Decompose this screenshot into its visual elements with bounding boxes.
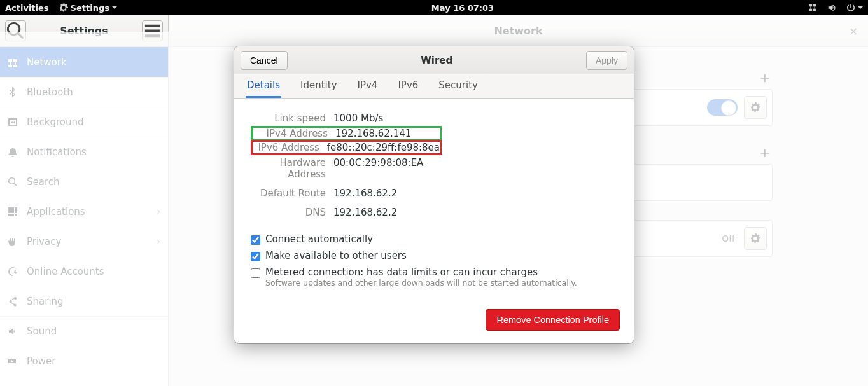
volume-icon[interactable] [827, 3, 836, 12]
modal-dim-overlay [0, 32, 169, 386]
metered-row: Metered connection: has data limits or c… [251, 266, 617, 287]
remove-connection-button[interactable]: Remove Connection Profile [486, 309, 620, 331]
tab-ipv6[interactable]: IPv6 [396, 79, 419, 98]
dialog-title: Wired [288, 55, 586, 66]
connect-automatically-row: Connect automatically [251, 233, 617, 245]
metered-label: Metered connection: has data limits or c… [265, 266, 577, 278]
ipv4-address-value: 192.168.62.141 [335, 128, 411, 139]
connect-automatically-label: Connect automatically [265, 233, 373, 245]
default-route-value: 192.168.62.2 [333, 188, 397, 199]
available-to-others-label: Make available to other users [265, 250, 407, 261]
detail-hardware-address: Hardware Address 00:0C:29:98:08:EA [251, 153, 617, 184]
dialog-footer: Remove Connection Profile [234, 300, 634, 343]
wired-connection-dialog: Cancel Wired Apply Details Identity IPv4… [234, 46, 634, 343]
highlight-ipv6-box: IPv6 Address fe80::20c:29ff:fe98:8ea [251, 140, 442, 155]
app-menu-button[interactable]: Settings [59, 3, 117, 13]
dialog-tabs: Details Identity IPv4 IPv6 Security [234, 74, 634, 99]
connect-automatically-checkbox[interactable] [251, 235, 260, 245]
chevron-down-icon [112, 5, 117, 10]
metered-checkbox[interactable] [251, 268, 260, 278]
metered-sublabel: Software updates and other large downloa… [265, 278, 577, 287]
power-menu-button[interactable] [846, 3, 863, 12]
network-wired-icon[interactable] [808, 3, 817, 12]
mac-address-value: 00:0C:29:98:08:EA [333, 157, 423, 180]
chevron-down-icon [858, 5, 863, 10]
tab-ipv4[interactable]: IPv4 [356, 79, 379, 98]
dialog-header: Cancel Wired Apply [234, 46, 634, 74]
tab-details[interactable]: Details [246, 79, 281, 98]
settings-sidebar: Settings Network Bluetooth Background No… [0, 15, 169, 386]
detail-dns: DNS 192.168.62.2 [251, 203, 617, 222]
gnome-topbar: Activities Settings May 16 07:03 [0, 0, 868, 15]
dialog-body-details: Link speed 1000 Mb/s IPv4 Address 192.16… [234, 99, 634, 300]
tab-identity[interactable]: Identity [299, 79, 339, 98]
link-speed-value: 1000 Mb/s [333, 113, 383, 124]
detail-link-speed: Link speed 1000 Mb/s [251, 109, 617, 128]
gear-icon [59, 3, 68, 12]
highlight-ipv4-box: IPv4 Address 192.168.62.141 [251, 126, 442, 141]
detail-default-route: Default Route 192.168.62.2 [251, 184, 617, 203]
clock[interactable]: May 16 07:03 [117, 3, 808, 13]
dns-value: 192.168.62.2 [333, 207, 397, 218]
tab-security[interactable]: Security [437, 79, 479, 98]
apply-button[interactable]: Apply [586, 51, 627, 70]
ipv6-address-value: fe80::20c:29ff:fe98:8ea [327, 142, 440, 153]
available-to-others-checkbox[interactable] [251, 252, 260, 261]
available-to-others-row: Make available to other users [251, 250, 617, 261]
power-icon [846, 3, 855, 12]
cancel-button[interactable]: Cancel [241, 51, 288, 70]
activities-button[interactable]: Activities [5, 3, 49, 13]
